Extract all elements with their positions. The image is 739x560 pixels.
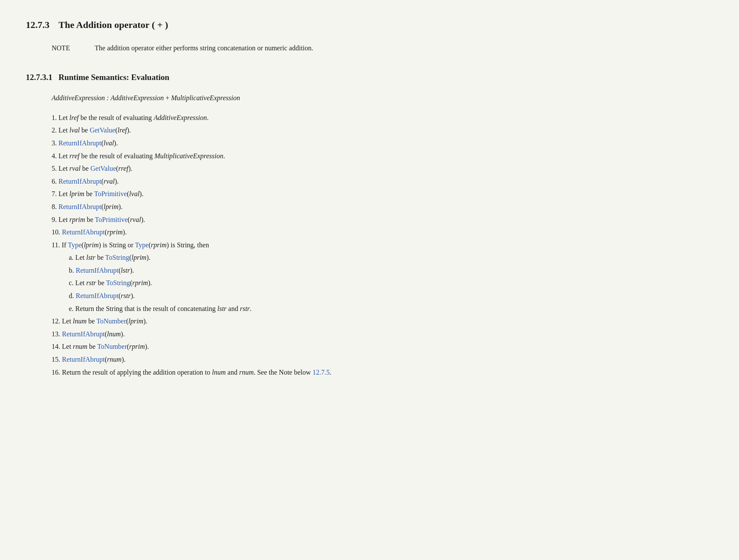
section-heading: 12.7.3 The Addition operator ( + ) [26,17,713,32]
step-8-text: ReturnIfAbrupt(lprim). [59,203,123,210]
step-16-text: Return the result of applying the additi… [62,369,332,376]
note-block: NOTE The addition operator either perfor… [52,43,713,54]
returnifabrupt-link-4[interactable]: ReturnIfAbrupt [62,228,105,236]
returnifabrupt-link-3[interactable]: ReturnIfAbrupt [59,203,102,210]
note-text: The addition operator either performs st… [95,43,313,54]
step-3: 3. ReturnIfAbrupt(lval). [52,138,713,149]
step-11b-text: ReturnIfAbrupt(lstr). [76,267,134,274]
returnifabrupt-link-2[interactable]: ReturnIfAbrupt [59,178,102,185]
section-number: 12.7.3 [26,19,49,30]
grammar-rhs2: MultiplicativeExpression [171,94,240,102]
section-title: The Addition operator ( + ) [59,19,168,30]
toprimitive-link-1[interactable]: ToPrimitive [94,190,127,197]
step-14-text: Let rnum be ToNumber(rprim). [62,343,149,350]
step-12: 12. Let lnum be ToNumber(lprim). [52,316,713,327]
step-8: 8. ReturnIfAbrupt(lprim). [52,201,713,212]
step-2-text: Let lval be GetValue(lref). [59,126,131,134]
step-11c-label: c. [69,279,75,286]
step-1: 1. Let lref be the result of evaluating … [52,112,713,123]
step-14: 14. Let rnum be ToNumber(rprim). [52,341,713,352]
grammar-rule: AdditiveExpression : AdditiveExpression … [52,92,713,104]
step-1-text: Let lref be the result of evaluating Add… [59,114,209,121]
step-4-number: 4. [52,152,59,160]
tonumber-link-2[interactable]: ToNumber [97,343,127,350]
step-11e: e. Return the String that is the result … [69,303,713,314]
section-ref-link[interactable]: 12.7.5 [313,369,330,376]
type-link-2[interactable]: Type [135,241,149,249]
tostring-link-1[interactable]: ToString [105,254,129,261]
step-12-text: Let lnum be ToNumber(lprim). [62,317,148,325]
toprimitive-link-2[interactable]: ToPrimitive [95,216,128,223]
step-4: 4. Let rref be the result of evaluating … [52,151,713,162]
tonumber-link-1[interactable]: ToNumber [96,317,126,325]
subsection-heading: 12.7.3.1 Runtime Semantics: Evaluation [26,71,713,84]
type-link-1[interactable]: Type [68,241,82,249]
step-15-text: ReturnIfAbrupt(rnum). [62,356,126,363]
step-10-text: ReturnIfAbrupt(rprim). [62,228,127,236]
step-3-number: 3. [52,139,59,147]
step-7-text: Let lprim be ToPrimitive(lval). [59,190,144,197]
step-9-number: 9. [52,216,59,223]
returnifabrupt-link-6[interactable]: ReturnIfAbrupt [76,292,119,299]
step-12-number: 12. [52,317,62,325]
note-label: NOTE [52,43,95,54]
step-11a-text: Let lstr be ToString(lprim). [75,254,151,261]
returnifabrupt-link-8[interactable]: ReturnIfAbrupt [62,356,105,363]
step-13-number: 13. [52,330,62,338]
step-15-number: 15. [52,356,62,363]
step-6-number: 6. [52,178,59,185]
returnifabrupt-link-7[interactable]: ReturnIfAbrupt [62,330,105,338]
step-11d: d. ReturnIfAbrupt(rstr). [69,290,713,302]
step-11d-label: d. [69,292,76,299]
grammar-lhs: AdditiveExpression [52,94,105,102]
grammar-operator: + [166,94,171,102]
step-2: 2. Let lval be GetValue(lref). [52,125,713,136]
step-11b: b. ReturnIfAbrupt(lstr). [69,265,713,276]
step-14-number: 14. [52,343,62,350]
step-11a: a. Let lstr be ToString(lprim). [69,252,713,263]
step-11: 11. If Type(lprim) is String or Type(rpr… [52,240,713,314]
step-1-number: 1. [52,114,59,121]
step-11-text: If Type(lprim) is String or Type(rprim) … [62,241,209,249]
steps-list: 1. Let lref be the result of evaluating … [52,112,713,378]
step-8-number: 8. [52,203,59,210]
step-15: 15. ReturnIfAbrupt(rnum). [52,354,713,365]
step-11e-label: e. [69,305,75,312]
step-6-text: ReturnIfAbrupt(rval). [59,178,119,185]
subsection-title: Runtime Semantics: Evaluation [59,73,169,82]
subsection-number: 12.7.3.1 [26,73,52,82]
step-9-text: Let rprim be ToPrimitive(rval). [59,216,145,223]
step-10-number: 10. [52,228,62,236]
step-11d-text: ReturnIfAbrupt(rstr). [76,292,135,299]
step-7-number: 7. [52,190,59,197]
step-11c: c. Let rstr be ToString(rprim). [69,277,713,289]
sub-steps-list: a. Let lstr be ToString(lprim). b. Retur… [69,252,713,314]
step-9: 9. Let rprim be ToPrimitive(rval). [52,214,713,225]
step-5-text: Let rval be GetValue(rref). [59,165,132,172]
getvalue-link-1[interactable]: GetValue [89,126,115,134]
step-16: 16. Return the result of applying the ad… [52,367,713,378]
step-10: 10. ReturnIfAbrupt(rprim). [52,227,713,238]
step-6: 6. ReturnIfAbrupt(rval). [52,176,713,187]
returnifabrupt-link-1[interactable]: ReturnIfAbrupt [59,139,102,147]
step-11a-label: a. [69,254,75,261]
step-13-text: ReturnIfAbrupt(lnum). [62,330,125,338]
step-11-number: 11. [52,241,62,249]
tostring-link-2[interactable]: ToString [106,279,130,286]
step-11e-text: Return the String that is the result of … [75,305,252,312]
returnifabrupt-link-5[interactable]: ReturnIfAbrupt [76,267,119,274]
grammar-rhs1: AdditiveExpression [111,94,164,102]
step-5: 5. Let rval be GetValue(rref). [52,163,713,174]
step-2-number: 2. [52,126,59,134]
step-13: 13. ReturnIfAbrupt(lnum). [52,329,713,340]
step-11c-text: Let rstr be ToString(rprim). [75,279,152,286]
step-3-text: ReturnIfAbrupt(lval). [59,139,118,147]
step-7: 7. Let lprim be ToPrimitive(lval). [52,188,713,200]
step-11b-label: b. [69,267,76,274]
step-5-number: 5. [52,165,59,172]
step-4-text: Let rref be the result of evaluating Mul… [59,152,225,160]
getvalue-link-2[interactable]: GetValue [90,165,116,172]
grammar-separator: : [107,94,111,102]
step-16-number: 16. [52,369,62,376]
